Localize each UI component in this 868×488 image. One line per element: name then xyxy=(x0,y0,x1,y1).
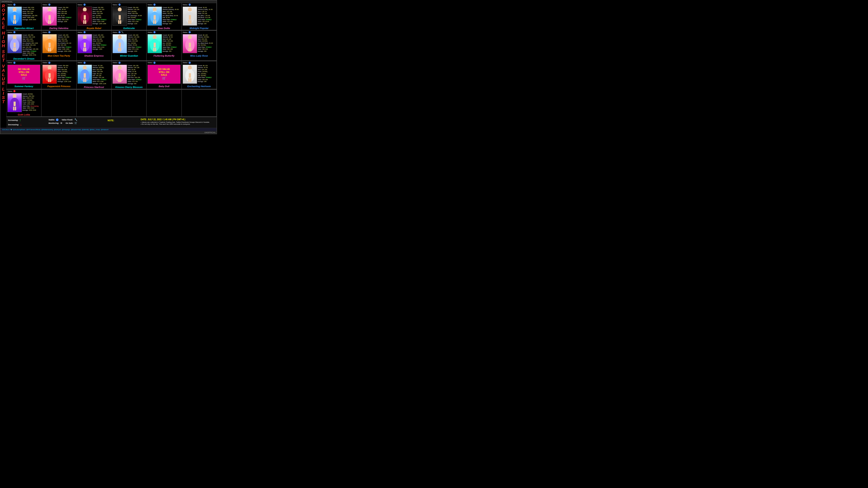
legend-decreasing: Decreasing: ↓ xyxy=(8,123,45,127)
card-empty-6 xyxy=(182,89,217,117)
letter-s2: S xyxy=(2,95,5,100)
svg-rect-116 xyxy=(14,101,16,106)
svg-rect-67 xyxy=(120,42,121,47)
status-peppermint: Status: xyxy=(41,61,76,64)
char-image-rose xyxy=(183,34,197,53)
side-labels-left: R O Y A L E H I G H S E T V A L U E L I … xyxy=(0,3,6,128)
letter-a2: A xyxy=(2,68,5,72)
char-svg-goth xyxy=(8,93,21,112)
status-dot-empress xyxy=(84,31,86,33)
arrow-down-icon: ↓ xyxy=(20,123,22,127)
svg-rect-101 xyxy=(119,73,120,78)
char-svg-peppermint xyxy=(43,65,56,83)
letter-h2: H xyxy=(2,44,5,48)
stats-heirloom: Corset: 8K-12K Sleeves: 2K-5K Skirt: 10K… xyxy=(198,65,212,84)
char-svg-empress xyxy=(79,35,91,53)
card-img-area-baby: NO VALUE STILL ON SALE 🛒 xyxy=(147,64,181,85)
svg-rect-94 xyxy=(84,73,85,78)
char-svg-opposites xyxy=(8,7,21,25)
title-heirloom: Enchanting Heirloom xyxy=(182,85,216,88)
card-img-area-dream: Corset: 40K-55K Sleeves: 85K-110K Skirt:… xyxy=(6,34,41,57)
char-svg-rebel xyxy=(79,7,91,25)
note-text-1: • Values are collected in Traderie,Tradi… xyxy=(141,121,215,123)
title-guardian: Winter Guardian xyxy=(112,54,146,57)
stats-starfrost: Corset: 7K-15K Sleeves: (NONE) Skirt: 25… xyxy=(93,65,106,85)
stats-dollie: Corset: 8K-12K Sleeves (Gloves): 4K-6K S… xyxy=(162,6,179,26)
svg-rect-4 xyxy=(14,15,16,20)
svg-rect-19 xyxy=(83,20,85,24)
stats-popstar: Corset: 3K-6K Sleeves (Cuffs): 1K-3K Ski… xyxy=(198,6,213,26)
card-peppermint-princess: Status: xyxy=(41,61,76,89)
status-rebel: Status: xyxy=(77,3,111,6)
status-dot-blue xyxy=(13,4,16,6)
stats-dream: Corset: 40K-55K Sleeves: 85K-110K Skirt:… xyxy=(23,34,38,56)
status-goth: Status: xyxy=(6,90,41,93)
card-img-area-valentina: Corset: 25K-35K Cuffs: 3K-5K Skirt: 30K-… xyxy=(41,6,76,27)
svg-rect-10 xyxy=(49,15,50,20)
svg-rect-12 xyxy=(48,20,50,24)
svg-rect-59 xyxy=(84,42,85,47)
card-img-area-starfrost: Corset: 7K-15K Sleeves: (NONE) Skirt: 25… xyxy=(77,64,111,85)
card-empty-2 xyxy=(41,89,76,117)
card-miss-lady-rose: Status: xyxy=(182,31,217,61)
card-empty-4 xyxy=(112,89,147,117)
stats-valentina: Corset: 25K-35K Cuffs: 3K-5K Skirt: 30K-… xyxy=(57,6,71,26)
no-value-summer: NO VALUE STILL ON SALE 🛒 xyxy=(8,65,40,84)
svg-point-56 xyxy=(83,35,87,39)
card-mon-cheri: Status: xyxy=(41,31,76,61)
svg-rect-76 xyxy=(155,48,156,52)
card-img-area-goth: Corset: (NONE) Sleeves: 35K-50K Skirt: 1… xyxy=(6,93,41,113)
svg-rect-108 xyxy=(189,73,190,78)
char-svg-dollie xyxy=(149,7,161,25)
svg-rect-41 xyxy=(190,20,191,24)
title-kimono: Kimono Cherry Blossom xyxy=(112,85,146,89)
svg-rect-111 xyxy=(190,78,191,82)
status-dot-dream xyxy=(13,31,16,33)
svg-point-77 xyxy=(188,35,192,39)
svg-rect-110 xyxy=(188,78,190,82)
svg-point-14 xyxy=(83,7,87,12)
svg-rect-87 xyxy=(49,73,50,78)
status-dot-cheri xyxy=(48,31,51,33)
status-kimono: Status: xyxy=(112,61,146,64)
main-content: Status: xyxy=(6,3,217,128)
status-opposites: Status: xyxy=(6,3,41,6)
svg-rect-66 xyxy=(119,42,120,47)
card-decembers-dream: Status: xyxy=(6,31,41,61)
svg-rect-60 xyxy=(85,42,86,47)
svg-rect-3 xyxy=(13,15,14,20)
svg-rect-34 xyxy=(155,20,156,24)
card-midnight-popstar: Status: xyxy=(182,3,217,30)
status-dot-rose xyxy=(189,31,191,33)
status-dot-dollie xyxy=(153,4,156,6)
status-butterfly: Status: xyxy=(147,31,181,34)
wrench-icon-guardian: 🔧 xyxy=(121,31,124,33)
set-section: Status: NO VALUE STILL ON SALE 🛒 xyxy=(6,61,217,89)
status-dot-goth xyxy=(13,90,16,92)
status-dot-guardian xyxy=(119,31,121,33)
svg-rect-18 xyxy=(85,15,86,20)
card-fluttering-butterfly: Status: xyxy=(147,31,181,61)
wrench-legend-icon: 🔧 xyxy=(74,118,78,121)
letter-t: T xyxy=(2,58,5,62)
stats-cheri: Corset: 18K-25K Sleeves: 20K-35K Skirt: … xyxy=(57,34,71,53)
svg-rect-74 xyxy=(155,42,156,47)
status-guardian: Status: 🔧 xyxy=(112,31,146,34)
letter-t2: T xyxy=(2,100,5,104)
title-dream: December's Dream xyxy=(6,57,41,60)
card-opposites-attract: Status: xyxy=(6,3,41,30)
status-valentina: Status: xyxy=(41,3,76,6)
svg-rect-97 xyxy=(85,78,86,82)
card-enchanting-heirloom: Status: xyxy=(182,61,217,89)
status-dot-valentina xyxy=(48,4,51,6)
char-svg-rose xyxy=(184,35,196,53)
status-dot-kimono xyxy=(119,62,121,64)
status-empress: Status: xyxy=(77,31,111,34)
status-cheri: Status: xyxy=(41,31,76,34)
high-cards-grid: Status: xyxy=(6,31,217,61)
svg-rect-61 xyxy=(83,48,85,52)
svg-rect-89 xyxy=(48,78,50,82)
card-winter-guardian: Status: 🔧 xyxy=(112,31,147,61)
svg-rect-32 xyxy=(155,15,156,20)
stats-gothicutie: Corset: 25K-40K Sleeves: 12K-15K Skirt: … xyxy=(128,6,142,26)
